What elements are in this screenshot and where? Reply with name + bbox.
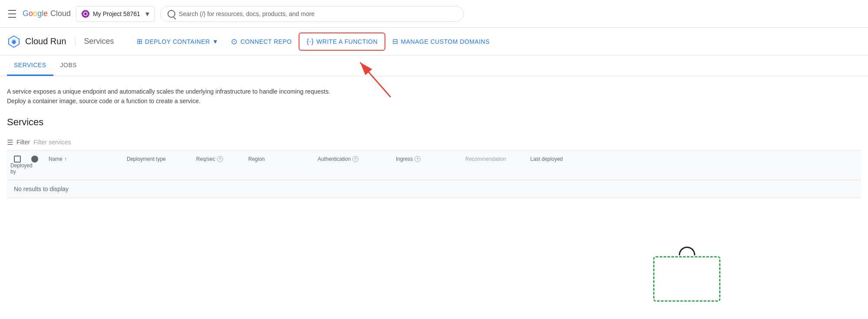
- project-dropdown-icon: ▾: [145, 9, 149, 19]
- authentication-header: Authentication ?: [314, 156, 392, 162]
- cloud-label: Cloud: [50, 9, 71, 18]
- arch-icon: [679, 247, 695, 255]
- project-dot-icon: [82, 10, 89, 18]
- ingress-header: Ingress ?: [392, 156, 462, 162]
- deploy-container-wrapper: ⊞ DEPLOY CONTAINER ▾: [130, 33, 224, 50]
- manage-custom-domains-button[interactable]: ⊟ MANAGE CUSTOM DOMAINS: [385, 33, 496, 50]
- domains-icon: ⊟: [392, 37, 398, 46]
- deploy-container-button[interactable]: ⊞ DEPLOY CONTAINER ▾: [130, 33, 224, 50]
- region-header: Region: [245, 156, 314, 162]
- google-logo-text: Google: [23, 9, 48, 18]
- table-header: Name ↑ Deployment type Req/sec ? Region …: [7, 150, 861, 180]
- tab-services[interactable]: SERVICES: [7, 55, 53, 76]
- project-name: My Project 58761: [93, 10, 140, 17]
- second-nav: Cloud Run Services ⊞ DEPLOY CONTAINER ▾ …: [0, 28, 868, 55]
- search-placeholder: Search (/) for resources, docs, products…: [179, 10, 315, 17]
- req-sec-help-icon[interactable]: ?: [217, 156, 223, 162]
- app-name: Cloud Run: [25, 36, 66, 46]
- recommendation-header: Recommendation: [462, 156, 527, 162]
- google-cloud-logo: Google Cloud: [23, 9, 71, 18]
- filter-label: Filter: [16, 139, 30, 146]
- filter-input[interactable]: Filter services: [33, 139, 71, 146]
- dashed-box: [653, 256, 720, 302]
- write-function-button[interactable]: {·} WRITE A FUNCTION: [299, 33, 385, 51]
- status-dot-icon: [31, 156, 38, 163]
- description-line1: A service exposes a unique endpoint and …: [7, 87, 861, 96]
- github-icon: ⊙: [231, 37, 238, 46]
- function-icon: {·}: [306, 38, 314, 46]
- name-header[interactable]: Name ↑: [45, 156, 123, 162]
- services-section-title: Services: [7, 117, 861, 128]
- page-wrapper: Google Cloud My Project 58761 ▾ Search (…: [0, 0, 868, 319]
- connect-repo-button[interactable]: ⊙ CONNECT REPO: [224, 33, 299, 51]
- dropdown-arrow-icon: ▾: [214, 37, 217, 46]
- checkbox-header[interactable]: [7, 156, 28, 163]
- green-box-annotation: [653, 256, 720, 302]
- tab-jobs[interactable]: JOBS: [53, 55, 84, 76]
- last-deployed-header: Last deployed: [527, 156, 596, 162]
- ingress-help-icon[interactable]: ?: [414, 156, 421, 162]
- deployment-type-header: Deployment type: [123, 156, 193, 162]
- status-header: [28, 156, 45, 163]
- search-icon: [168, 10, 175, 18]
- section-label: Services: [75, 37, 123, 46]
- top-nav: Google Cloud My Project 58761 ▾ Search (…: [0, 0, 868, 28]
- filter-icon: ☰: [7, 138, 13, 146]
- filter-row: ☰ Filter Filter services: [7, 135, 861, 150]
- action-buttons: ⊞ DEPLOY CONTAINER ▾ ⊙ CONNECT REPO {·} …: [130, 33, 497, 51]
- description-line2: Deploy a container image, source code or…: [7, 96, 861, 106]
- req-sec-header: Req/sec ?: [193, 156, 245, 162]
- select-all-checkbox[interactable]: [14, 156, 21, 163]
- tab-bar: SERVICES JOBS: [0, 55, 868, 76]
- authentication-help-icon[interactable]: ?: [352, 156, 358, 162]
- cloud-run-icon: [7, 35, 21, 49]
- services-table: Name ↑ Deployment type Req/sec ? Region …: [7, 150, 861, 198]
- no-results-row: No results to display: [7, 180, 861, 198]
- project-selector[interactable]: My Project 58761 ▾: [76, 6, 155, 22]
- description-text: A service exposes a unique endpoint and …: [7, 87, 861, 106]
- deploy-icon: ⊞: [137, 37, 143, 46]
- cloud-run-logo: Cloud Run: [7, 35, 75, 49]
- sort-ascending-icon: ↑: [64, 156, 67, 162]
- main-content: A service exposes a unique endpoint and …: [0, 76, 868, 208]
- hamburger-menu-icon[interactable]: [7, 9, 17, 19]
- deployed-by-header: Deployed by: [7, 163, 28, 175]
- search-bar[interactable]: Search (/) for resources, docs, products…: [160, 6, 464, 22]
